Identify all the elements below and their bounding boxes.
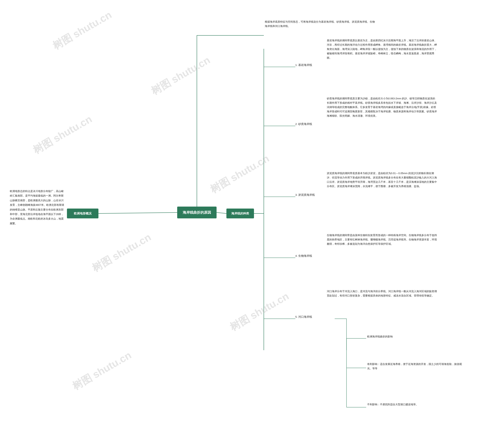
- branch-5-sub-1: 欧洲海岸线曲折的影响: [367, 334, 458, 339]
- watermark-5: 树图 shutu.cn: [90, 230, 154, 275]
- branch-3-label: 3. 淤泥质海岸线: [295, 193, 315, 197]
- svg-line-0: [98, 212, 177, 213]
- branch-1-label: 1. 基岩海岸线: [295, 63, 312, 67]
- right-label: 海岸线的种类: [231, 212, 249, 215]
- watermark-1: 树图 shutu.cn: [50, 8, 114, 53]
- branch-4-content: 生物海岸线的潮间带是由某种生物特别发育而形成的一种特殊海岸空间。生物海岸线多分布…: [327, 233, 437, 246]
- left-node: 欧洲地形概况: [67, 208, 98, 218]
- left-text-block: 欧洲地形总的特点是冰川地形分布较广，高山峻岭汇集南部。是平均海拔最低的一洲。阿尔…: [10, 189, 65, 226]
- watermark-6: 树图 shutu.cn: [227, 289, 291, 334]
- center-label: 海岸线曲折的原因: [183, 210, 211, 215]
- watermark-2: 树图 shutu.cn: [149, 53, 213, 98]
- branch-1-content: 基岩海岸线的潮间带底质以基岩为主，是由第四纪冰川后期海平面上升，淹没了沿岸的基岩…: [327, 38, 437, 60]
- branch-2-label: 2. 砂质海岸线: [295, 122, 312, 126]
- branch-5-sub-2: 有利影响：适合发展近海养殖，便于近海资源的开发，国土少的可填海造陆，旅游观光。等…: [367, 362, 466, 371]
- left-text: 欧洲地形总的特点是冰川地形分布较广，高山峻岭汇集南部。是平均海拔最低的一洲。阿尔…: [10, 190, 64, 225]
- branch-2-content: 砂质海岸线的潮间带底质主要为沙砾，是由粒径大小为0.063-2mm 的沙、砾等沉…: [327, 96, 437, 118]
- branch-5-content: 河口海岸分布于河流入海口，是河流与海洋的分界线。河口海岸线一般从河流入海河区域的…: [327, 289, 437, 298]
- branch-5-label: 5. 河口海岸线: [295, 315, 312, 319]
- branch-3-content: 淤泥质海岸线的潮间带底质基本为粉沙淤泥，是由粒径为0.01～0.05mm 的泥沙…: [327, 171, 437, 189]
- top-text: 根据海岸底质特征与空间形态，可将海岸线划分为基岩海岸线、砂质海岸线、淤泥质海岸线…: [265, 20, 375, 28]
- branch-4-label: 4. 生物海岸线: [295, 254, 312, 258]
- right-node: 海岸线的种类: [226, 208, 254, 218]
- watermark-4: 树图 shutu.cn: [208, 152, 272, 197]
- mind-map: 树图 shutu.cn 树图 shutu.cn 树图 shutu.cn 树图 s…: [0, 0, 504, 447]
- top-text-block: 根据海岸底质特征与空间形态，可将海岸线划分为基岩海岸线、砂质海岸线、淤泥质海岸线…: [265, 20, 375, 28]
- branch-5-sub-3: 不利影响：不易找到适合大型港口建设地等。: [367, 402, 466, 407]
- watermark-3: 树图 shutu.cn: [31, 112, 94, 157]
- center-node: 海岸线曲折的原因: [177, 206, 216, 218]
- svg-line-1: [216, 212, 226, 213]
- left-label: 欧洲地形概况: [74, 212, 91, 215]
- watermark-7: 树图 shutu.cn: [70, 348, 134, 393]
- connector-lines: [0, 0, 504, 447]
